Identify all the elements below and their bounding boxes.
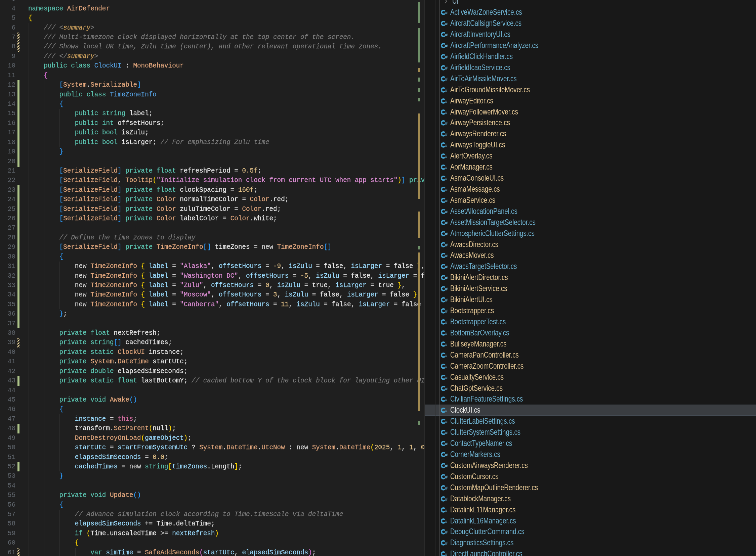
svg-text:#: #: [445, 486, 448, 490]
svg-text:#: #: [445, 231, 448, 236]
svg-text:#: #: [445, 552, 448, 556]
svg-text:#: #: [445, 143, 448, 148]
svg-text:#: #: [445, 165, 448, 170]
svg-text:#: #: [445, 275, 448, 280]
svg-text:#: #: [445, 375, 448, 380]
svg-text:#: #: [445, 32, 448, 37]
svg-text:#: #: [445, 397, 448, 402]
svg-text:#: #: [445, 21, 448, 26]
svg-text:#: #: [445, 298, 448, 303]
svg-text:#: #: [445, 386, 448, 391]
svg-text:#: #: [445, 10, 448, 15]
svg-text:#: #: [445, 242, 448, 247]
svg-text:#: #: [445, 309, 448, 314]
svg-text:#: #: [445, 209, 448, 214]
svg-text:#: #: [445, 176, 448, 181]
svg-text:#: #: [445, 187, 448, 192]
svg-text:#: #: [445, 518, 448, 523]
svg-text:#: #: [445, 541, 448, 546]
svg-text:#: #: [445, 507, 448, 512]
svg-text:#: #: [445, 430, 448, 435]
svg-text:#: #: [445, 331, 448, 336]
svg-text:#: #: [445, 529, 448, 534]
svg-text:#: #: [445, 475, 448, 480]
svg-text:#: #: [445, 55, 448, 60]
svg-text:#: #: [445, 43, 448, 48]
svg-text:#: #: [445, 363, 448, 369]
svg-text:#: #: [445, 408, 448, 413]
svg-text:#: #: [445, 463, 448, 468]
svg-text:#: #: [445, 76, 448, 81]
svg-text:#: #: [445, 320, 448, 325]
svg-text:#: #: [445, 220, 448, 225]
svg-text:#: #: [445, 120, 448, 126]
svg-text:#: #: [445, 452, 448, 457]
svg-text:#: #: [445, 342, 448, 347]
svg-text:#: #: [445, 496, 448, 501]
svg-text:#: #: [445, 264, 448, 269]
svg-text:#: #: [445, 352, 448, 357]
svg-text:#: #: [445, 286, 448, 291]
svg-text:#: #: [445, 154, 448, 159]
svg-text:#: #: [445, 198, 448, 203]
svg-text:#: #: [445, 132, 448, 137]
svg-text:#: #: [445, 441, 448, 446]
svg-text:#: #: [445, 87, 448, 92]
svg-text:#: #: [445, 109, 448, 114]
svg-text:#: #: [445, 66, 448, 70]
svg-text:#: #: [445, 253, 448, 258]
svg-text:#: #: [445, 419, 448, 424]
svg-text:#: #: [445, 98, 448, 103]
